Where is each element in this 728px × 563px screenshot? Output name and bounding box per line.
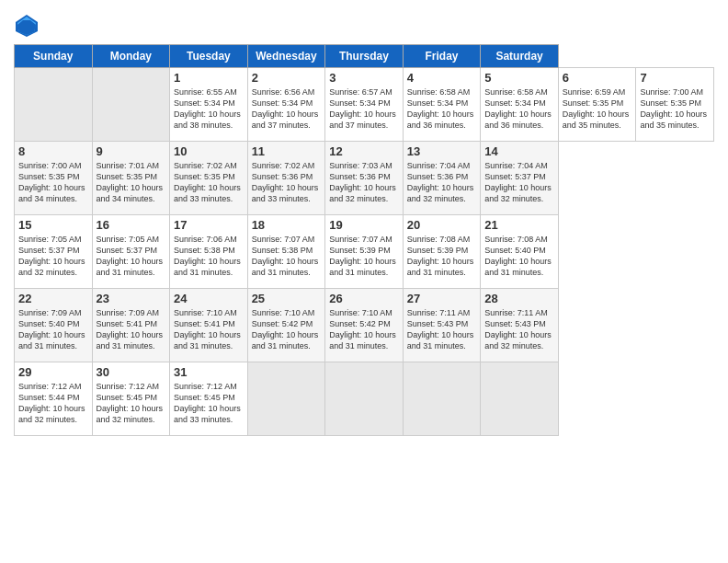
day-number: 17 xyxy=(174,218,244,232)
calendar-cell: 30Sunrise: 7:12 AM Sunset: 5:45 PM Dayli… xyxy=(92,362,170,436)
calendar-cell: 14Sunrise: 7:04 AM Sunset: 5:37 PM Dayli… xyxy=(481,142,559,215)
day-header-tuesday: Tuesday xyxy=(170,45,248,68)
calendar-cell: 25Sunrise: 7:10 AM Sunset: 5:42 PM Dayli… xyxy=(247,289,325,362)
day-content: Sunrise: 6:58 AM Sunset: 5:34 PM Dayligh… xyxy=(484,86,554,132)
day-header-sunday: Sunday xyxy=(15,45,93,68)
day-content: Sunrise: 6:59 AM Sunset: 5:35 PM Dayligh… xyxy=(563,86,632,132)
day-number: 19 xyxy=(329,218,399,232)
day-number: 3 xyxy=(329,71,399,85)
day-content: Sunrise: 7:03 AM Sunset: 5:36 PM Dayligh… xyxy=(329,160,399,205)
day-number: 5 xyxy=(484,71,554,85)
day-number: 20 xyxy=(407,218,477,232)
calendar-cell: 22Sunrise: 7:09 AM Sunset: 5:40 PM Dayli… xyxy=(15,289,93,362)
day-number: 10 xyxy=(174,144,244,158)
day-number: 13 xyxy=(407,144,477,158)
calendar-cell: 19Sunrise: 7:07 AM Sunset: 5:39 PM Dayli… xyxy=(325,215,404,289)
calendar-cell: 2Sunrise: 6:56 AM Sunset: 5:34 PM Daylig… xyxy=(247,68,325,142)
day-number: 6 xyxy=(563,71,632,85)
logo-icon xyxy=(14,13,40,39)
week-row-5: 29Sunrise: 7:12 AM Sunset: 5:44 PM Dayli… xyxy=(15,362,714,436)
day-number: 1 xyxy=(174,71,244,85)
day-content: Sunrise: 7:11 AM Sunset: 5:43 PM Dayligh… xyxy=(484,307,554,352)
header xyxy=(14,9,714,39)
day-number: 24 xyxy=(174,292,244,305)
day-content: Sunrise: 7:12 AM Sunset: 5:45 PM Dayligh… xyxy=(174,381,244,426)
day-number: 21 xyxy=(484,218,554,232)
day-content: Sunrise: 7:12 AM Sunset: 5:45 PM Dayligh… xyxy=(97,381,166,426)
day-number: 16 xyxy=(97,218,166,232)
calendar-cell: 6Sunrise: 6:59 AM Sunset: 5:35 PM Daylig… xyxy=(558,68,636,142)
day-number: 4 xyxy=(407,71,477,85)
day-content: Sunrise: 7:05 AM Sunset: 5:37 PM Dayligh… xyxy=(18,234,88,279)
calendar-cell: 26Sunrise: 7:10 AM Sunset: 5:42 PM Dayli… xyxy=(325,289,404,362)
day-content: Sunrise: 6:56 AM Sunset: 5:34 PM Dayligh… xyxy=(252,86,322,132)
calendar-cell: 9Sunrise: 7:01 AM Sunset: 5:35 PM Daylig… xyxy=(92,142,170,215)
day-content: Sunrise: 6:55 AM Sunset: 5:34 PM Dayligh… xyxy=(174,86,244,132)
day-header-friday: Friday xyxy=(403,45,481,68)
day-content: Sunrise: 7:04 AM Sunset: 5:37 PM Dayligh… xyxy=(484,160,554,205)
week-row-1: 1Sunrise: 6:55 AM Sunset: 5:34 PM Daylig… xyxy=(15,68,714,142)
calendar-cell: 28Sunrise: 7:11 AM Sunset: 5:43 PM Dayli… xyxy=(481,289,559,362)
day-number: 29 xyxy=(18,365,88,379)
day-number: 7 xyxy=(640,71,710,85)
calendar-table: SundayMondayTuesdayWednesdayThursdayFrid… xyxy=(14,44,714,436)
calendar-cell: 12Sunrise: 7:03 AM Sunset: 5:36 PM Dayli… xyxy=(325,142,404,215)
calendar-cell xyxy=(15,68,93,142)
calendar-cell: 8Sunrise: 7:00 AM Sunset: 5:35 PM Daylig… xyxy=(15,142,93,215)
day-content: Sunrise: 7:08 AM Sunset: 5:39 PM Dayligh… xyxy=(407,234,477,279)
day-content: Sunrise: 6:58 AM Sunset: 5:34 PM Dayligh… xyxy=(407,86,477,132)
day-content: Sunrise: 7:08 AM Sunset: 5:40 PM Dayligh… xyxy=(484,234,554,279)
day-content: Sunrise: 7:09 AM Sunset: 5:41 PM Dayligh… xyxy=(97,307,166,352)
day-content: Sunrise: 6:57 AM Sunset: 5:34 PM Dayligh… xyxy=(329,86,399,132)
calendar-cell: 24Sunrise: 7:10 AM Sunset: 5:41 PM Dayli… xyxy=(170,289,248,362)
logo xyxy=(14,13,43,39)
calendar-cell: 20Sunrise: 7:08 AM Sunset: 5:39 PM Dayli… xyxy=(403,215,481,289)
calendar-cell: 16Sunrise: 7:05 AM Sunset: 5:37 PM Dayli… xyxy=(92,215,170,289)
day-content: Sunrise: 7:05 AM Sunset: 5:37 PM Dayligh… xyxy=(97,234,166,279)
calendar-cell: 21Sunrise: 7:08 AM Sunset: 5:40 PM Dayli… xyxy=(481,215,559,289)
day-header-saturday: Saturday xyxy=(481,45,559,68)
calendar-cell: 3Sunrise: 6:57 AM Sunset: 5:34 PM Daylig… xyxy=(325,68,404,142)
day-content: Sunrise: 7:04 AM Sunset: 5:36 PM Dayligh… xyxy=(407,160,477,205)
day-content: Sunrise: 7:07 AM Sunset: 5:38 PM Dayligh… xyxy=(252,234,322,279)
calendar-cell: 31Sunrise: 7:12 AM Sunset: 5:45 PM Dayli… xyxy=(170,362,248,436)
week-row-4: 22Sunrise: 7:09 AM Sunset: 5:40 PM Dayli… xyxy=(15,289,714,362)
calendar-cell: 29Sunrise: 7:12 AM Sunset: 5:44 PM Dayli… xyxy=(15,362,93,436)
day-header-wednesday: Wednesday xyxy=(247,45,325,68)
day-content: Sunrise: 7:02 AM Sunset: 5:36 PM Dayligh… xyxy=(252,160,322,205)
day-number: 9 xyxy=(97,144,166,158)
calendar-cell: 23Sunrise: 7:09 AM Sunset: 5:41 PM Dayli… xyxy=(92,289,170,362)
day-content: Sunrise: 7:10 AM Sunset: 5:42 PM Dayligh… xyxy=(329,307,399,352)
day-number: 11 xyxy=(252,144,322,158)
day-number: 30 xyxy=(97,365,166,379)
day-header-thursday: Thursday xyxy=(325,45,404,68)
calendar-cell: 13Sunrise: 7:04 AM Sunset: 5:36 PM Dayli… xyxy=(403,142,481,215)
day-number: 18 xyxy=(252,218,322,232)
day-number: 12 xyxy=(329,144,399,158)
day-content: Sunrise: 7:00 AM Sunset: 5:35 PM Dayligh… xyxy=(640,86,710,132)
calendar-cell: 4Sunrise: 6:58 AM Sunset: 5:34 PM Daylig… xyxy=(403,68,481,142)
day-number: 14 xyxy=(484,144,554,158)
calendar-cell xyxy=(247,362,325,436)
day-content: Sunrise: 7:02 AM Sunset: 5:35 PM Dayligh… xyxy=(174,160,244,205)
day-number: 26 xyxy=(329,292,399,305)
day-number: 8 xyxy=(18,144,88,158)
calendar-cell xyxy=(403,362,481,436)
day-number: 25 xyxy=(252,292,322,305)
day-content: Sunrise: 7:12 AM Sunset: 5:44 PM Dayligh… xyxy=(18,381,88,426)
calendar-cell: 27Sunrise: 7:11 AM Sunset: 5:43 PM Dayli… xyxy=(403,289,481,362)
calendar-cell: 1Sunrise: 6:55 AM Sunset: 5:34 PM Daylig… xyxy=(170,68,248,142)
calendar-cell: 10Sunrise: 7:02 AM Sunset: 5:35 PM Dayli… xyxy=(170,142,248,215)
day-content: Sunrise: 7:09 AM Sunset: 5:40 PM Dayligh… xyxy=(18,307,88,352)
calendar-cell: 11Sunrise: 7:02 AM Sunset: 5:36 PM Dayli… xyxy=(247,142,325,215)
day-content: Sunrise: 7:10 AM Sunset: 5:42 PM Dayligh… xyxy=(252,307,322,352)
calendar-container: SundayMondayTuesdayWednesdayThursdayFrid… xyxy=(0,0,728,445)
day-number: 22 xyxy=(18,292,88,305)
day-content: Sunrise: 7:07 AM Sunset: 5:39 PM Dayligh… xyxy=(329,234,399,279)
calendar-cell xyxy=(481,362,559,436)
day-header-monday: Monday xyxy=(92,45,170,68)
day-number: 15 xyxy=(18,218,88,232)
calendar-cell: 17Sunrise: 7:06 AM Sunset: 5:38 PM Dayli… xyxy=(170,215,248,289)
calendar-cell: 7Sunrise: 7:00 AM Sunset: 5:35 PM Daylig… xyxy=(636,68,714,142)
calendar-cell xyxy=(325,362,404,436)
